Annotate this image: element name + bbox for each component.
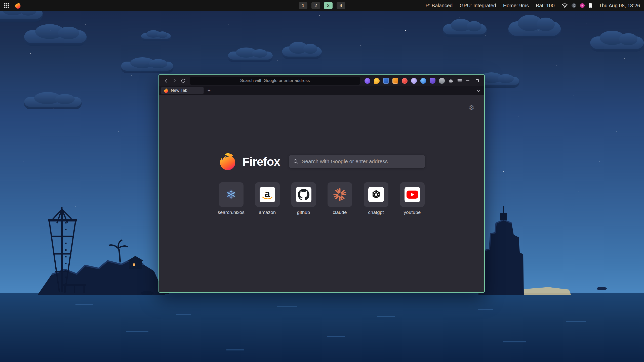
maximize-icon	[476, 79, 479, 82]
reload-icon	[181, 78, 186, 83]
color-profile-icon[interactable]	[580, 3, 585, 8]
battery-module[interactable]: Bat: 100	[536, 3, 555, 9]
workspace-button-2[interactable]: 2	[311, 2, 320, 9]
tab-new-tab[interactable]: New Tab	[161, 87, 204, 94]
status-bar-right: P: Balanced GPU: Integrated Home: 9ms Ba…	[425, 3, 644, 9]
addon-icon-4[interactable]	[392, 78, 398, 84]
addon-icon-5[interactable]	[402, 78, 408, 84]
shortcut-tiles: ❄ search.nixos a amazon	[219, 182, 425, 215]
newtab-search-input[interactable]	[302, 158, 421, 164]
minimize-button[interactable]	[464, 77, 471, 84]
workspace-button-4[interactable]: 4	[337, 2, 345, 9]
firefox-wordmark: Firefox	[243, 155, 280, 168]
urlbar[interactable]	[190, 77, 360, 85]
chatgpt-tile	[364, 182, 388, 207]
search-icon	[293, 159, 299, 164]
desktop: 1 2 3 4 P: Balanced GPU: Integrated Home…	[0, 0, 644, 362]
puzzle-piece-icon	[448, 78, 454, 83]
reload-button[interactable]	[179, 76, 187, 85]
status-tray	[562, 3, 592, 8]
ping-module: Home: 9ms	[503, 3, 529, 9]
firefox-taskbar-icon[interactable]	[15, 2, 21, 9]
hamburger-menu-icon	[457, 78, 462, 83]
forward-arrow-icon	[172, 78, 177, 83]
extensions-puzzle-button[interactable]	[447, 76, 455, 85]
personalize-settings-button[interactable]: ⚙	[469, 104, 474, 111]
claude-tile	[328, 182, 352, 207]
addon-icon-8[interactable]	[430, 78, 435, 84]
shortcut-amazon[interactable]: a amazon	[255, 182, 280, 215]
shortcut-label: amazon	[259, 210, 276, 215]
list-all-tabs-button[interactable]	[474, 87, 482, 94]
addon-icon-3[interactable]	[383, 78, 389, 84]
urlbar-input[interactable]	[190, 77, 360, 85]
close-button[interactable]: ×	[483, 77, 485, 84]
youtube-tile	[400, 182, 425, 207]
shortcut-label: claude	[333, 210, 347, 215]
addon-icon-1[interactable]	[365, 78, 370, 84]
github-tile	[291, 182, 316, 207]
tab-bar: New Tab +	[159, 86, 484, 95]
newtab-search-bar[interactable]	[289, 155, 425, 168]
shortcut-label: youtube	[404, 210, 421, 215]
nixos-snowflake-icon: ❄	[226, 189, 236, 200]
amazon-icon: a	[260, 187, 275, 202]
youtube-play-badge	[407, 191, 418, 199]
firefox-logo	[218, 152, 237, 171]
app-launcher-button[interactable]	[4, 3, 10, 9]
power-profile-module[interactable]: P: Balanced	[425, 3, 453, 9]
nixos-tile: ❄	[219, 182, 244, 207]
shortcut-label: github	[297, 210, 310, 215]
clock-module[interactable]: Thu Aug 08, 18:26	[599, 3, 640, 9]
app-menu-button[interactable]	[455, 76, 464, 85]
addon-icon-9[interactable]	[439, 78, 445, 84]
back-arrow-icon	[163, 78, 169, 83]
maximize-button[interactable]	[473, 77, 481, 84]
gear-icon: ⚙	[469, 104, 474, 111]
gpu-module: GPU: Integrated	[460, 3, 496, 9]
shortcut-label: search.nixos	[218, 210, 245, 215]
phone-icon[interactable]	[588, 3, 592, 8]
firefox-icon	[15, 2, 21, 9]
browser-toolbar: ×	[159, 75, 484, 86]
chevron-down-icon	[477, 88, 480, 92]
amazon-tile: a	[255, 182, 280, 207]
shortcut-youtube[interactable]: youtube	[400, 182, 425, 215]
chatgpt-icon	[368, 187, 384, 202]
claude-starburst-icon	[333, 187, 347, 202]
addon-icon-7[interactable]	[420, 78, 426, 84]
forward-button[interactable]	[170, 76, 179, 85]
shortcut-github[interactable]: github	[291, 182, 316, 215]
firefox-window: × New Tab + ⚙	[158, 74, 485, 293]
firefox-favicon	[164, 88, 169, 93]
new-tab-button[interactable]: +	[206, 87, 213, 94]
back-button[interactable]	[162, 76, 170, 85]
shortcut-claude[interactable]: claude	[328, 182, 352, 215]
new-tab-page: ⚙ Firefox ❄	[159, 95, 484, 292]
youtube-icon	[405, 187, 420, 202]
workspace-button-3-active[interactable]: 3	[324, 2, 333, 9]
tab-title: New Tab	[171, 88, 187, 93]
amazon-smile-icon	[262, 196, 273, 200]
shortcut-chatgpt[interactable]: chatgpt	[364, 182, 388, 215]
minimize-icon	[466, 80, 469, 81]
shortcut-label: chatgpt	[368, 210, 384, 215]
workspace-button-1[interactable]: 1	[299, 2, 307, 9]
addon-icon-2[interactable]	[374, 78, 380, 84]
status-bar-left	[0, 2, 21, 9]
workspace-switcher: 1 2 3 4	[299, 2, 345, 9]
status-bar: 1 2 3 4 P: Balanced GPU: Integrated Home…	[0, 0, 644, 11]
play-triangle-icon	[411, 193, 414, 197]
shortcut-search-nixos[interactable]: ❄ search.nixos	[219, 182, 244, 215]
addon-icon-6[interactable]	[411, 78, 417, 84]
github-icon	[296, 187, 311, 202]
newtab-hero: Firefox	[218, 152, 425, 171]
window-controls: ×	[464, 77, 485, 84]
bluetooth-status-icon[interactable]	[571, 3, 576, 8]
apps-grid-icon	[4, 3, 10, 9]
extension-buttons	[363, 78, 447, 84]
wifi-icon[interactable]	[562, 3, 568, 8]
